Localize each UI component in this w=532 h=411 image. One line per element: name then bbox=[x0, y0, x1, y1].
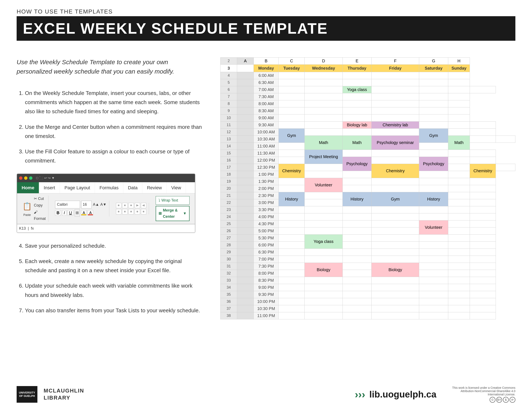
tab-formulas[interactable]: Formulas bbox=[95, 182, 124, 193]
clipboard-group-inner: 📋 Paste ✂ Cut Copy 🖌 Format bbox=[22, 196, 46, 222]
excel-titlebar: □ ⬛ ↩ ↪ ▼ bbox=[17, 174, 195, 182]
excel-ribbon-tabs: Home Insert Page Layout Formulas Data Re… bbox=[17, 182, 195, 193]
decrease-indent[interactable]: ⊳ bbox=[135, 203, 140, 208]
tab-home[interactable]: Home bbox=[17, 182, 39, 193]
table-row: 8 8:00 AM bbox=[220, 100, 515, 107]
instruction-6: Update your schedule each week with vari… bbox=[25, 281, 204, 299]
cut-button[interactable]: ✂ Cut bbox=[34, 196, 46, 202]
formula-input[interactable] bbox=[36, 225, 193, 232]
wrap-merge-group: ⤵ Wrap Text ⊞ Merge & Center ▼ bbox=[153, 196, 192, 221]
library-url[interactable]: lib.uoguelph.ca bbox=[369, 389, 437, 400]
col-g: G bbox=[419, 57, 448, 65]
col-a-header: A bbox=[237, 57, 254, 65]
table-row: 25 4:30 PM Volunteer bbox=[220, 220, 515, 228]
increase-indent[interactable]: ⊲ bbox=[141, 203, 146, 208]
table-row: 20 2:00 PM bbox=[220, 185, 515, 192]
cell-reference[interactable]: K13 bbox=[19, 225, 26, 232]
table-row: 32 8:00 PM bbox=[220, 270, 515, 277]
sunday-header: Sunday bbox=[448, 65, 470, 72]
col-c: C bbox=[279, 57, 305, 65]
row-num: 3 bbox=[220, 65, 237, 72]
instruction-1: On the Weekly Schedule Template, insert … bbox=[25, 88, 204, 116]
align-left[interactable]: ≡ bbox=[116, 209, 121, 214]
merge-dropdown-icon[interactable]: ▼ bbox=[183, 210, 187, 217]
header: HOW TO USE THE TEMPLATES EXCEL WEEKLY SC… bbox=[0, 0, 532, 45]
tuesday-header: Tuesday bbox=[279, 65, 305, 72]
library-line1: McLaughlin bbox=[44, 387, 84, 394]
col-b: B bbox=[254, 57, 279, 65]
tab-view[interactable]: View bbox=[167, 182, 186, 193]
align-justify[interactable]: ≡ bbox=[141, 209, 146, 214]
footer-left: UNIVERSITYOF GUELPH McLaughlin Library bbox=[17, 386, 84, 403]
bold-button[interactable]: B bbox=[55, 210, 61, 216]
header-title-bar: EXCEL WEEKLY SCHEDULE TEMPLATE bbox=[17, 16, 515, 41]
instruction-3: Use the Fill Color feature to assign a c… bbox=[25, 147, 204, 165]
table-row: 13 10:30 AM Math Math Psychology seminar… bbox=[220, 136, 515, 143]
paste-button[interactable]: 📋 Paste bbox=[22, 200, 32, 218]
fill-color-button[interactable]: A bbox=[81, 210, 86, 215]
footer-right: › › › lib.uoguelph.ca This work is licen… bbox=[355, 386, 515, 403]
align-row-2: ≡ ≡ ≡ ≡ ≡ bbox=[116, 209, 146, 214]
table-row: 36 10:00 PM bbox=[220, 298, 515, 305]
font-size-down[interactable]: A▼ bbox=[100, 201, 107, 208]
instructions-list-2: Save your personalized schedule. Each we… bbox=[17, 241, 204, 315]
formula-bar: K13 | fx bbox=[17, 224, 195, 232]
align-top-left[interactable]: ≡ bbox=[116, 203, 121, 208]
border-button[interactable]: ⊞ bbox=[75, 209, 80, 217]
university-logo: UNIVERSITYOF GUELPH bbox=[17, 386, 38, 403]
italic-button[interactable]: I bbox=[62, 210, 66, 216]
col-f: F bbox=[371, 57, 419, 65]
wrap-icon: ⤵ bbox=[158, 197, 160, 204]
table-row: 27 5:30 PM Yoga class bbox=[220, 235, 515, 242]
cc-license-text: This work is licensed under a Creative C… bbox=[449, 386, 515, 396]
format-button[interactable]: 🖌 Format bbox=[34, 209, 46, 222]
cc-nc-icon: $ bbox=[503, 397, 509, 403]
table-row: 33 8:30 PM bbox=[220, 277, 515, 284]
tab-insert[interactable]: Insert bbox=[39, 182, 60, 193]
formula-bar-separator: | bbox=[28, 225, 29, 232]
align-center[interactable]: ≡ bbox=[122, 209, 128, 214]
align-fill[interactable]: ≡ bbox=[135, 209, 140, 214]
align-top-right[interactable]: ≡ bbox=[128, 203, 134, 208]
table-row: 7 7:30 AM bbox=[220, 93, 515, 100]
tab-page-layout[interactable]: Page Layout bbox=[60, 182, 95, 193]
table-row: 15 11:30 AM Project Meeting bbox=[220, 150, 515, 157]
table-row: 10 9:00 AM bbox=[220, 115, 515, 122]
table-row: 12 10:00 AM Gym Gym bbox=[220, 129, 515, 136]
align-top-center[interactable]: ≡ bbox=[122, 203, 128, 208]
merge-center-button[interactable]: ⊞ Merge & Center ▼ bbox=[156, 206, 190, 221]
font-color-button[interactable]: A bbox=[88, 210, 93, 215]
table-row: 24 4:00 PM bbox=[220, 213, 515, 220]
cc-sa-icon: ⟳ bbox=[510, 397, 515, 403]
table-row: 9 8:30 AM bbox=[220, 107, 515, 115]
instructions-list: On the Weekly Schedule Template, insert … bbox=[17, 88, 204, 165]
friday-header: Friday bbox=[371, 65, 419, 72]
underline-button[interactable]: U bbox=[67, 210, 73, 216]
font-color-indicator bbox=[88, 214, 93, 215]
cc-icons: © BY $ ⟳ bbox=[490, 397, 515, 403]
table-row: 11 9:30 AM Biology lab Chemistry lab bbox=[220, 122, 515, 129]
tab-review[interactable]: Review bbox=[142, 182, 167, 193]
copy-button[interactable]: Copy bbox=[34, 202, 46, 209]
paste-label: Paste bbox=[23, 212, 31, 218]
table-row: 21 2:30 PM History History Gym History bbox=[220, 192, 515, 199]
wrap-text-button[interactable]: ⤵ Wrap Text bbox=[156, 196, 190, 205]
alignment-group: ≡ ≡ ≡ ⊳ ⊲ ≡ ≡ ≡ ≡ ≡ bbox=[114, 203, 149, 214]
align-controls: ≡ ≡ ≡ ⊳ ⊲ ≡ ≡ ≡ ≡ ≡ bbox=[116, 203, 146, 214]
font-size-box[interactable]: 16 bbox=[81, 201, 92, 208]
font-size-up[interactable]: A▲ bbox=[93, 201, 99, 208]
table-row: 35 9:30 PM bbox=[220, 291, 515, 298]
monday-header: Monday bbox=[254, 65, 279, 72]
table-row: 19 1:30 PM Volunteer bbox=[220, 178, 515, 185]
table-row: 30 7:00 PM bbox=[220, 256, 515, 263]
font-controls: Calibri 16 A▲ A▼ B I U ⊞ bbox=[55, 201, 107, 216]
formula-icon: fx bbox=[31, 225, 34, 232]
font-name-box[interactable]: Calibri bbox=[55, 201, 80, 208]
table-row: 4 6:00 AM bbox=[220, 72, 515, 79]
header-title: EXCEL WEEKLY SCHEDULE TEMPLATE bbox=[23, 20, 328, 37]
table-row: 16 12:00 PM Psychology Psychology bbox=[220, 157, 515, 164]
align-right[interactable]: ≡ bbox=[128, 209, 134, 214]
tab-data[interactable]: Data bbox=[123, 182, 142, 193]
cut-copy-format: ✂ Cut Copy 🖌 Format bbox=[34, 196, 46, 222]
left-panel: Use the Weekly Schedule Template to crea… bbox=[17, 57, 204, 321]
